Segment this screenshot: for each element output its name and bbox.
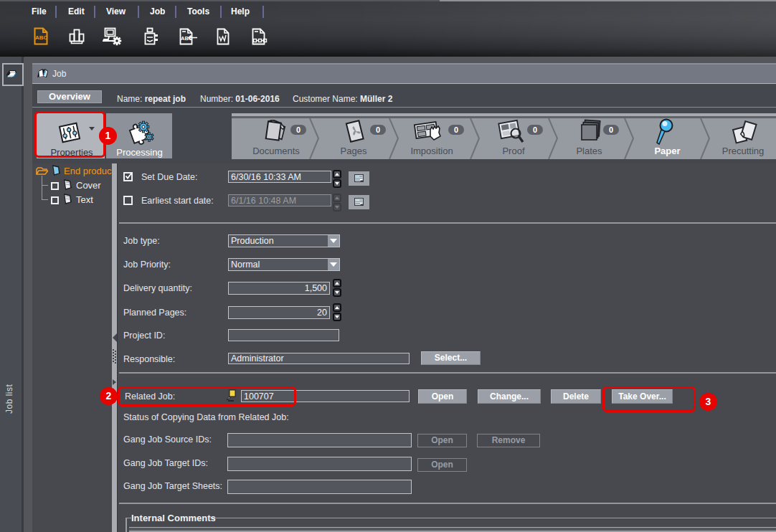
svg-text:ABC: ABC	[35, 34, 48, 41]
